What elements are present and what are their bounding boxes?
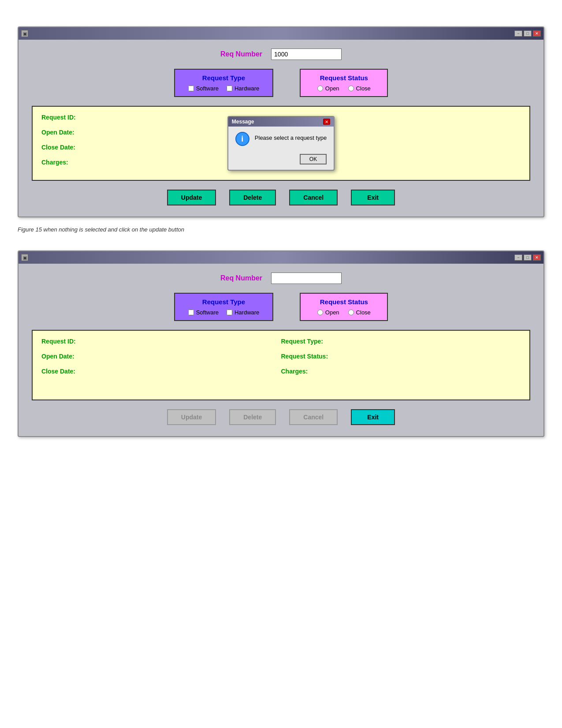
- software-label-2: Software: [196, 309, 219, 316]
- minimize-btn-2[interactable]: −: [514, 254, 522, 261]
- minimize-btn-1[interactable]: −: [514, 30, 522, 37]
- request-type-info-label-2: Request Type:: [281, 338, 323, 345]
- charges-item-2: Charges:: [281, 367, 521, 375]
- hardware-checkbox-1[interactable]: [227, 86, 232, 91]
- close-radio-label-2[interactable]: Close: [348, 309, 371, 316]
- maximize-btn-2[interactable]: □: [524, 254, 532, 261]
- close-radio-label-1[interactable]: Close: [348, 85, 371, 92]
- app-icon-1: ▣: [21, 30, 28, 37]
- close-btn-2[interactable]: ✕: [533, 254, 541, 261]
- req-number-input-1[interactable]: [271, 49, 342, 60]
- open-date-label-2: Open Date:: [41, 353, 74, 360]
- open-radio-label-2[interactable]: Open: [317, 309, 339, 316]
- open-radio-label-1[interactable]: Open: [317, 85, 339, 92]
- app-icon-2: ▣: [21, 254, 28, 261]
- close-date-label-2: Close Date:: [41, 368, 75, 375]
- req-number-row-1: Req Number: [32, 49, 530, 60]
- dialog-close-btn-1[interactable]: ✕: [323, 119, 330, 125]
- request-type-box-1: Request Type Software Hardware: [174, 69, 274, 97]
- software-label-1: Software: [196, 85, 219, 92]
- req-number-label-2: Req Number: [220, 274, 262, 282]
- hardware-label-2: Hardware: [234, 309, 259, 316]
- request-status-title-1: Request Status: [314, 74, 374, 82]
- request-type-title-2: Request Type: [188, 298, 260, 306]
- boxes-row-1: Request Type Software Hardware Request S…: [32, 69, 530, 97]
- request-type-checkboxes-1: Software Hardware: [188, 85, 260, 92]
- action-row-1: Update Delete Cancel Exit: [32, 190, 530, 205]
- req-number-input-2[interactable]: [271, 273, 342, 284]
- open-radio-1[interactable]: [317, 86, 323, 91]
- request-status-title-2: Request Status: [314, 298, 374, 306]
- ok-button-1[interactable]: OK: [300, 154, 327, 164]
- software-checkbox-label-2[interactable]: Software: [188, 309, 219, 316]
- dialog-title-bar-1: Message ✕: [228, 117, 334, 127]
- title-bar-2: ▣ − □ ✕: [19, 251, 543, 264]
- info-icon-1: i: [235, 132, 249, 146]
- window-content-2: Req Number Request Type Software Hardwar…: [19, 264, 543, 436]
- close-label-2: Close: [356, 309, 371, 316]
- charges-label-2: Charges:: [281, 368, 308, 375]
- hardware-checkbox-label-1[interactable]: Hardware: [227, 85, 259, 92]
- update-button-1[interactable]: Update: [167, 190, 216, 205]
- cancel-button-1[interactable]: Cancel: [289, 190, 338, 205]
- hardware-checkbox-2[interactable]: [227, 310, 232, 315]
- software-checkbox-label-1[interactable]: Software: [188, 85, 219, 92]
- request-type-box-2: Request Type Software Hardware: [174, 293, 274, 321]
- request-type-checkboxes-2: Software Hardware: [188, 309, 260, 316]
- boxes-row-2: Request Type Software Hardware Request S…: [32, 293, 530, 321]
- message-dialog-1: Message ✕ i Please select a request type…: [227, 116, 335, 171]
- request-status-info-item-2: Request Status:: [281, 352, 521, 360]
- open-radio-2[interactable]: [317, 310, 323, 315]
- delete-button-1[interactable]: Delete: [229, 190, 276, 205]
- info-panel-1: Request ID: Open Date: Close Date: Charg…: [32, 106, 530, 181]
- close-label-1: Close: [356, 85, 371, 92]
- request-id-item-2: Request ID:: [41, 337, 281, 345]
- hardware-label-1: Hardware: [234, 85, 259, 92]
- delete-button-2[interactable]: Delete: [229, 409, 276, 425]
- dialog-footer-1: OK: [228, 151, 334, 170]
- dialog-message-1: Please select a request type: [255, 132, 327, 141]
- info-grid-2: Request ID: Request Type: Open Date: Req…: [41, 337, 521, 382]
- request-id-label-2: Request ID:: [41, 338, 76, 345]
- exit-button-1[interactable]: Exit: [351, 190, 395, 205]
- request-status-radios-2: Open Close: [314, 309, 374, 316]
- request-type-info-item-2: Request Type:: [281, 337, 521, 345]
- req-number-label-1: Req Number: [220, 50, 262, 58]
- dialog-title-text-1: Message: [232, 119, 254, 125]
- maximize-btn-1[interactable]: □: [524, 30, 532, 37]
- figure-caption-1: Figure 15 when nothing is selected and c…: [18, 226, 544, 233]
- dialog-overlay-1: Message ✕ i Please select a request type…: [33, 107, 529, 180]
- dialog-body-1: i Please select a request type: [228, 127, 334, 151]
- request-type-title-1: Request Type: [188, 74, 260, 82]
- exit-button-2[interactable]: Exit: [351, 409, 395, 425]
- request-status-box-2: Request Status Open Close: [300, 293, 388, 321]
- request-status-info-label-2: Request Status:: [281, 353, 328, 360]
- action-row-2: Update Delete Cancel Exit: [32, 409, 530, 425]
- software-checkbox-1[interactable]: [188, 86, 194, 91]
- window-2: ▣ − □ ✕ Req Number Request Type Software: [18, 250, 544, 437]
- req-number-row-2: Req Number: [32, 273, 530, 284]
- open-label-1: Open: [325, 85, 339, 92]
- request-status-box-1: Request Status Open Close: [300, 69, 388, 97]
- open-date-item-2: Open Date:: [41, 352, 281, 360]
- cancel-button-2[interactable]: Cancel: [289, 409, 338, 425]
- title-bar-controls-2: − □ ✕: [514, 254, 541, 261]
- hardware-checkbox-label-2[interactable]: Hardware: [227, 309, 259, 316]
- close-btn-1[interactable]: ✕: [533, 30, 541, 37]
- window-content-1: Req Number Request Type Software Hardwar…: [19, 40, 543, 217]
- window-1: ▣ − □ ✕ Req Number Request Type Software: [18, 26, 544, 217]
- title-bar-1: ▣ − □ ✕: [19, 27, 543, 40]
- update-button-2[interactable]: Update: [167, 409, 216, 425]
- close-date-item-2: Close Date:: [41, 367, 281, 375]
- info-panel-2: Request ID: Request Type: Open Date: Req…: [32, 330, 530, 400]
- open-label-2: Open: [325, 309, 339, 316]
- request-status-radios-1: Open Close: [314, 85, 374, 92]
- software-checkbox-2[interactable]: [188, 310, 194, 315]
- title-bar-controls-1: − □ ✕: [514, 30, 541, 37]
- close-radio-1[interactable]: [348, 86, 354, 91]
- close-radio-2[interactable]: [348, 310, 354, 315]
